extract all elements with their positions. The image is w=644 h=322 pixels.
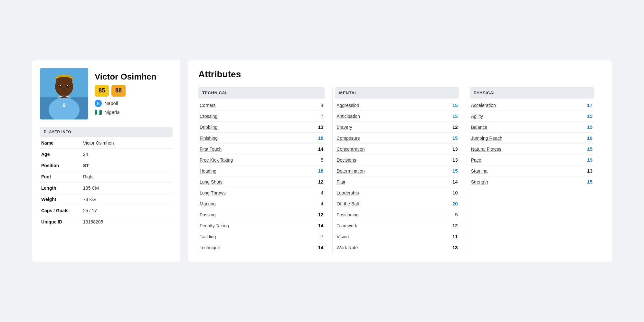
attr-name: Vision [336, 234, 349, 239]
attr-name: Heading [200, 168, 216, 174]
info-label: Name [40, 137, 82, 149]
technical-list: Corners4Crossing7Dribbling13Finishing18F… [198, 100, 325, 253]
attr-name: Natural Fitness [471, 147, 501, 152]
attr-value: 13 [448, 245, 458, 250]
attr-row: Work Rate13 [335, 242, 459, 253]
attr-row: Heading18 [198, 166, 325, 176]
attr-row: Flair14 [335, 176, 459, 187]
attr-row: Decisions13 [335, 155, 459, 166]
player-info-header: PLAYER INFO [40, 127, 173, 137]
attr-value: 7 [314, 234, 323, 239]
attr-name: Long Shots [200, 179, 223, 185]
attr-value: 5 [314, 157, 323, 163]
attr-row: Positioning5 [335, 209, 459, 220]
info-row: FootRight [40, 171, 173, 183]
attr-name: Jumping Reach [471, 136, 502, 141]
attr-row: Determination15 [335, 166, 459, 176]
attr-value: 15 [448, 135, 458, 141]
attr-name: Finishing [200, 136, 218, 141]
attr-value: 5 [448, 212, 458, 217]
info-label: Unique ID [40, 216, 82, 228]
attr-name: Agility [471, 114, 483, 119]
attr-row: Bravery12 [335, 122, 459, 133]
attr-value: 14 [448, 179, 458, 185]
attr-row: Crossing7 [198, 111, 325, 122]
info-row: Age24 [40, 149, 173, 160]
attr-value: 15 [583, 124, 592, 130]
attr-name: Composure [336, 136, 360, 141]
technical-column: TECHNICAL Corners4Crossing7Dribbling13Fi… [198, 87, 333, 253]
attr-value: 4 [314, 102, 323, 108]
physical-header: PHYSICAL [470, 87, 594, 99]
info-row: Caps / Goals25 / 17 [40, 205, 173, 216]
attr-row: Strength15 [470, 176, 594, 187]
info-value: 24 [82, 149, 173, 160]
info-row: Weight78 KG [40, 194, 173, 205]
attr-row: Finishing18 [198, 133, 325, 144]
attr-value: 15 [583, 113, 592, 119]
info-label: Caps / Goals [40, 205, 82, 216]
attr-row: Off the Ball20 [335, 198, 459, 209]
svg-text:9: 9 [63, 103, 66, 108]
svg-point-6 [56, 77, 72, 83]
right-panel: Attributes TECHNICAL Corners4Crossing7Dr… [188, 60, 612, 262]
attr-row: Aggression15 [335, 100, 459, 111]
nation-row: 🇳🇬 Nigeria [95, 109, 156, 116]
attr-row: Corners4 [198, 100, 325, 111]
attr-value: 15 [583, 146, 592, 152]
attr-value: 12 [448, 223, 458, 228]
left-panel: 9 Victor Osimhen 85 88 N Napoli [32, 60, 180, 262]
attr-name: Leadership [336, 190, 359, 195]
attr-name: Positioning [336, 212, 359, 217]
mental-list: Aggression15Anticipation15Bravery12Compo… [335, 100, 459, 253]
nation-flag: 🇳🇬 [95, 109, 102, 116]
attr-row: Anticipation15 [335, 111, 459, 122]
attr-row: Marking4 [198, 198, 325, 209]
attr-row: First Touch14 [198, 144, 325, 155]
info-value: 78 KG [82, 194, 173, 205]
info-row: NameVictor Osimhen [40, 137, 173, 149]
attr-name: Technique [200, 245, 220, 250]
attr-name: Concentration [336, 147, 365, 152]
attr-name: Tackling [200, 234, 216, 239]
attr-name: Penalty Taking [200, 223, 229, 228]
info-label: Length [40, 183, 82, 194]
attr-name: Flair [336, 179, 345, 185]
ratings-row: 85 88 [95, 85, 156, 97]
attr-name: Bravery [336, 125, 352, 130]
info-label: Age [40, 149, 82, 160]
player-name: Victor Osimhen [95, 72, 156, 82]
attr-value: 19 [583, 157, 592, 163]
attr-value: 20 [448, 201, 458, 206]
mental-column: MENTAL Aggression15Anticipation15Bravery… [333, 87, 467, 253]
attr-value: 4 [314, 190, 323, 195]
attr-name: Decisions [336, 157, 356, 163]
info-label: Weight [40, 194, 82, 205]
attr-value: 18 [314, 168, 323, 174]
club-row: N Napoli [95, 100, 156, 107]
rating-badge-2: 88 [111, 85, 126, 97]
attr-value: 13 [448, 157, 458, 163]
attr-row: Natural Fitness15 [470, 144, 594, 155]
player-header: 9 Victor Osimhen 85 88 N Napoli [40, 68, 173, 119]
attr-value: 12 [314, 212, 323, 217]
attr-value: 14 [314, 146, 323, 152]
attr-name: Passing [200, 212, 216, 217]
player-info-table: NameVictor OsimhenAge24PositionSTFootRig… [40, 137, 173, 227]
attr-name: Corners [200, 103, 216, 108]
attr-value: 15 [448, 168, 458, 174]
club-info: N Napoli 🇳🇬 Nigeria [95, 100, 156, 116]
attr-value: 4 [314, 201, 323, 206]
attr-value: 15 [583, 179, 592, 185]
physical-list: Acceleration17Agility15Balance15Jumping … [470, 100, 594, 187]
club-icon: N [95, 100, 102, 107]
info-value: Victor Osimhen [82, 137, 173, 149]
technical-header: TECHNICAL [198, 87, 325, 99]
player-meta: Victor Osimhen 85 88 N Napoli 🇳🇬 Nigeria [95, 72, 156, 116]
info-row: Length185 CM [40, 183, 173, 194]
attr-name: Crossing [200, 114, 217, 119]
mental-header: MENTAL [335, 87, 459, 99]
attr-row: Acceleration17 [470, 100, 594, 111]
attr-name: Free Kick Taking [200, 157, 233, 163]
attr-value: 16 [583, 135, 592, 141]
